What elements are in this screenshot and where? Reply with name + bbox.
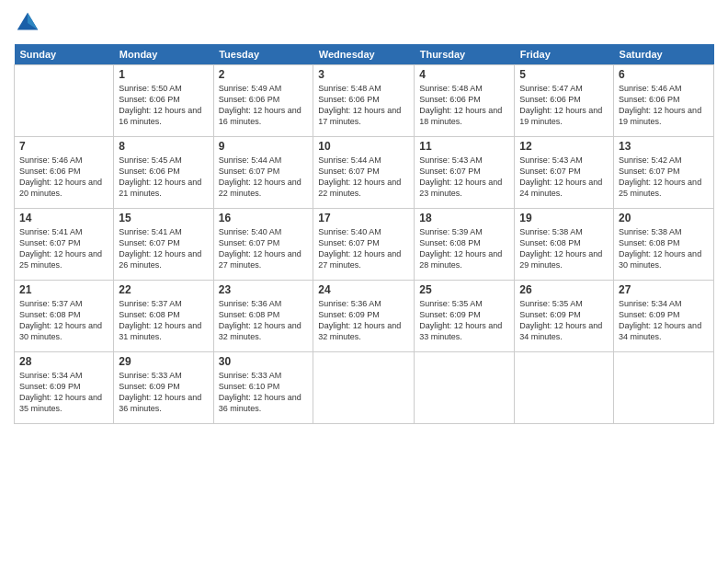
day-info: Sunrise: 5:34 AM Sunset: 6:09 PM Dayligh… bbox=[19, 370, 108, 415]
calendar-cell: 29Sunrise: 5:33 AM Sunset: 6:09 PM Dayli… bbox=[114, 352, 213, 424]
day-info: Sunrise: 5:38 AM Sunset: 6:08 PM Dayligh… bbox=[619, 226, 709, 271]
calendar-cell: 26Sunrise: 5:35 AM Sunset: 6:09 PM Dayli… bbox=[515, 281, 614, 352]
calendar-cell: 28Sunrise: 5:34 AM Sunset: 6:09 PM Dayli… bbox=[15, 352, 114, 424]
day-number: 20 bbox=[619, 212, 709, 224]
calendar-cell: 4Sunrise: 5:48 AM Sunset: 6:06 PM Daylig… bbox=[415, 65, 515, 137]
day-number: 12 bbox=[519, 140, 609, 153]
day-number: 27 bbox=[619, 283, 709, 296]
day-number: 30 bbox=[219, 355, 309, 368]
day-number: 8 bbox=[119, 140, 208, 153]
calendar-cell bbox=[515, 352, 614, 424]
day-info: Sunrise: 5:50 AM Sunset: 6:06 PM Dayligh… bbox=[119, 83, 208, 128]
calendar-cell bbox=[15, 65, 114, 137]
day-info: Sunrise: 5:47 AM Sunset: 6:06 PM Dayligh… bbox=[519, 83, 609, 128]
calendar-cell bbox=[415, 352, 515, 424]
day-info: Sunrise: 5:33 AM Sunset: 6:09 PM Dayligh… bbox=[119, 370, 208, 415]
day-number: 26 bbox=[519, 283, 609, 296]
calendar-cell: 15Sunrise: 5:41 AM Sunset: 6:07 PM Dayli… bbox=[114, 209, 213, 281]
day-number: 25 bbox=[419, 283, 509, 296]
day-number: 7 bbox=[19, 140, 108, 153]
day-info: Sunrise: 5:40 AM Sunset: 6:07 PM Dayligh… bbox=[219, 226, 309, 271]
header-row: SundayMondayTuesdayWednesdayThursdayFrid… bbox=[15, 44, 714, 65]
day-info: Sunrise: 5:35 AM Sunset: 6:09 PM Dayligh… bbox=[519, 298, 609, 343]
day-info: Sunrise: 5:46 AM Sunset: 6:06 PM Dayligh… bbox=[619, 83, 709, 128]
day-number: 28 bbox=[19, 355, 108, 368]
calendar-cell: 19Sunrise: 5:38 AM Sunset: 6:08 PM Dayli… bbox=[515, 209, 614, 281]
day-number: 14 bbox=[19, 212, 108, 224]
calendar-cell: 13Sunrise: 5:42 AM Sunset: 6:07 PM Dayli… bbox=[614, 137, 714, 209]
logo bbox=[14, 9, 45, 37]
calendar-cell: 18Sunrise: 5:39 AM Sunset: 6:08 PM Dayli… bbox=[415, 209, 515, 281]
day-number: 23 bbox=[219, 283, 309, 296]
day-number: 15 bbox=[119, 212, 208, 224]
calendar-cell: 2Sunrise: 5:49 AM Sunset: 6:06 PM Daylig… bbox=[213, 65, 313, 137]
day-number: 5 bbox=[519, 68, 609, 81]
calendar-cell: 3Sunrise: 5:48 AM Sunset: 6:06 PM Daylig… bbox=[313, 65, 415, 137]
calendar-cell: 7Sunrise: 5:46 AM Sunset: 6:06 PM Daylig… bbox=[15, 137, 114, 209]
calendar-table: SundayMondayTuesdayWednesdayThursdayFrid… bbox=[14, 44, 714, 424]
day-number: 29 bbox=[119, 355, 208, 368]
calendar-cell bbox=[313, 352, 415, 424]
day-number: 17 bbox=[318, 212, 409, 224]
day-info: Sunrise: 5:44 AM Sunset: 6:07 PM Dayligh… bbox=[219, 155, 309, 200]
day-number: 13 bbox=[619, 140, 709, 153]
day-info: Sunrise: 5:43 AM Sunset: 6:07 PM Dayligh… bbox=[419, 155, 509, 200]
day-info: Sunrise: 5:43 AM Sunset: 6:07 PM Dayligh… bbox=[519, 155, 609, 200]
calendar-cell: 5Sunrise: 5:47 AM Sunset: 6:06 PM Daylig… bbox=[515, 65, 614, 137]
calendar-week-3: 14Sunrise: 5:41 AM Sunset: 6:07 PM Dayli… bbox=[15, 209, 714, 281]
calendar-cell: 21Sunrise: 5:37 AM Sunset: 6:08 PM Dayli… bbox=[15, 281, 114, 352]
day-info: Sunrise: 5:40 AM Sunset: 6:07 PM Dayligh… bbox=[318, 226, 409, 271]
day-number: 16 bbox=[219, 212, 309, 224]
day-info: Sunrise: 5:39 AM Sunset: 6:08 PM Dayligh… bbox=[419, 226, 509, 271]
header-cell-thursday: Thursday bbox=[415, 44, 515, 65]
header-cell-tuesday: Tuesday bbox=[213, 44, 313, 65]
calendar-cell: 30Sunrise: 5:33 AM Sunset: 6:10 PM Dayli… bbox=[213, 352, 313, 424]
calendar-cell: 12Sunrise: 5:43 AM Sunset: 6:07 PM Dayli… bbox=[515, 137, 614, 209]
calendar-cell: 23Sunrise: 5:36 AM Sunset: 6:08 PM Dayli… bbox=[213, 281, 313, 352]
header-cell-sunday: Sunday bbox=[15, 44, 114, 65]
calendar-cell: 14Sunrise: 5:41 AM Sunset: 6:07 PM Dayli… bbox=[15, 209, 114, 281]
day-number: 22 bbox=[119, 283, 208, 296]
calendar-cell: 10Sunrise: 5:44 AM Sunset: 6:07 PM Dayli… bbox=[313, 137, 415, 209]
day-info: Sunrise: 5:37 AM Sunset: 6:08 PM Dayligh… bbox=[119, 298, 208, 343]
day-number: 24 bbox=[318, 283, 409, 296]
calendar-cell: 9Sunrise: 5:44 AM Sunset: 6:07 PM Daylig… bbox=[213, 137, 313, 209]
header-cell-friday: Friday bbox=[515, 44, 614, 65]
calendar-cell: 27Sunrise: 5:34 AM Sunset: 6:09 PM Dayli… bbox=[614, 281, 714, 352]
calendar-cell: 6Sunrise: 5:46 AM Sunset: 6:06 PM Daylig… bbox=[614, 65, 714, 137]
day-number: 19 bbox=[519, 212, 609, 224]
calendar-week-1: 1Sunrise: 5:50 AM Sunset: 6:06 PM Daylig… bbox=[15, 65, 714, 137]
day-info: Sunrise: 5:36 AM Sunset: 6:09 PM Dayligh… bbox=[318, 298, 409, 343]
calendar-cell: 1Sunrise: 5:50 AM Sunset: 6:06 PM Daylig… bbox=[114, 65, 213, 137]
logo-icon bbox=[14, 9, 41, 37]
header-cell-monday: Monday bbox=[114, 44, 213, 65]
day-number: 4 bbox=[419, 68, 509, 81]
day-info: Sunrise: 5:41 AM Sunset: 6:07 PM Dayligh… bbox=[19, 226, 108, 271]
day-info: Sunrise: 5:36 AM Sunset: 6:08 PM Dayligh… bbox=[219, 298, 309, 343]
calendar-week-4: 21Sunrise: 5:37 AM Sunset: 6:08 PM Dayli… bbox=[15, 281, 714, 352]
calendar-cell: 11Sunrise: 5:43 AM Sunset: 6:07 PM Dayli… bbox=[415, 137, 515, 209]
day-number: 3 bbox=[318, 68, 409, 81]
day-info: Sunrise: 5:44 AM Sunset: 6:07 PM Dayligh… bbox=[318, 155, 409, 200]
calendar-week-5: 28Sunrise: 5:34 AM Sunset: 6:09 PM Dayli… bbox=[15, 352, 714, 424]
day-info: Sunrise: 5:33 AM Sunset: 6:10 PM Dayligh… bbox=[219, 370, 309, 415]
calendar-cell: 20Sunrise: 5:38 AM Sunset: 6:08 PM Dayli… bbox=[614, 209, 714, 281]
header-cell-wednesday: Wednesday bbox=[313, 44, 415, 65]
day-info: Sunrise: 5:38 AM Sunset: 6:08 PM Dayligh… bbox=[519, 226, 609, 271]
day-info: Sunrise: 5:37 AM Sunset: 6:08 PM Dayligh… bbox=[19, 298, 108, 343]
calendar-page: SundayMondayTuesdayWednesdayThursdayFrid… bbox=[0, 0, 728, 563]
day-info: Sunrise: 5:48 AM Sunset: 6:06 PM Dayligh… bbox=[318, 83, 409, 128]
day-number: 10 bbox=[318, 140, 409, 153]
day-info: Sunrise: 5:35 AM Sunset: 6:09 PM Dayligh… bbox=[419, 298, 509, 343]
calendar-cell: 25Sunrise: 5:35 AM Sunset: 6:09 PM Dayli… bbox=[415, 281, 515, 352]
calendar-cell: 17Sunrise: 5:40 AM Sunset: 6:07 PM Dayli… bbox=[313, 209, 415, 281]
day-info: Sunrise: 5:48 AM Sunset: 6:06 PM Dayligh… bbox=[419, 83, 509, 128]
page-header bbox=[14, 9, 714, 37]
calendar-cell: 22Sunrise: 5:37 AM Sunset: 6:08 PM Dayli… bbox=[114, 281, 213, 352]
day-number: 18 bbox=[419, 212, 509, 224]
calendar-week-2: 7Sunrise: 5:46 AM Sunset: 6:06 PM Daylig… bbox=[15, 137, 714, 209]
day-number: 1 bbox=[119, 68, 208, 81]
calendar-cell: 16Sunrise: 5:40 AM Sunset: 6:07 PM Dayli… bbox=[213, 209, 313, 281]
day-info: Sunrise: 5:34 AM Sunset: 6:09 PM Dayligh… bbox=[619, 298, 709, 343]
calendar-cell: 8Sunrise: 5:45 AM Sunset: 6:06 PM Daylig… bbox=[114, 137, 213, 209]
